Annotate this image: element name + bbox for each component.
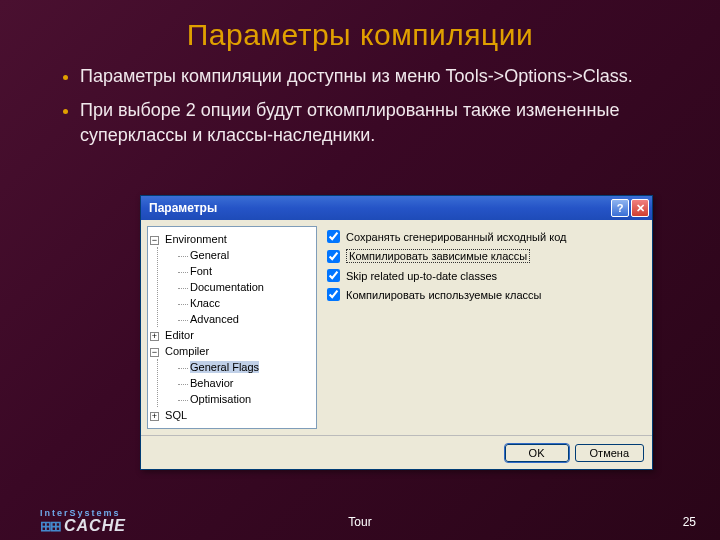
check-row: Skip related up-to-date classes (327, 269, 642, 282)
logo-product: CACHE (64, 518, 126, 534)
tree-node-compiler[interactable]: Compiler (165, 345, 209, 357)
compile-dependent-label: Компилировать зависимые классы (346, 249, 530, 263)
tree-collapse-icon[interactable]: − (150, 236, 159, 245)
check-row: Компилировать используемые классы (327, 288, 642, 301)
skip-uptodate-label: Skip related up-to-date classes (346, 270, 497, 282)
dialog-footer: OK Отмена (141, 435, 652, 469)
footer-label: Tour (348, 515, 371, 529)
tree-node-behavior[interactable]: Behavior (190, 377, 233, 389)
tree-expand-icon[interactable]: + (150, 332, 159, 341)
skip-uptodate-checkbox[interactable] (327, 269, 340, 282)
help-button[interactable]: ? (611, 199, 629, 217)
logo-cube-icon: ⊞⊞ (40, 519, 60, 533)
tree-node-advanced[interactable]: Advanced (190, 313, 239, 325)
tree-expand-icon[interactable]: + (150, 412, 159, 421)
tree-collapse-icon[interactable]: − (150, 348, 159, 357)
bullet-item: Параметры компиляции доступны из меню To… (80, 64, 680, 88)
bullet-item: При выборе 2 опции будут откомплированны… (80, 98, 680, 147)
tree-node-class[interactable]: Класс (190, 297, 220, 309)
keep-source-checkbox[interactable] (327, 230, 340, 243)
page-number: 25 (683, 515, 696, 529)
close-button[interactable]: ✕ (631, 199, 649, 217)
keep-source-label: Сохранять сгенерированный исходный код (346, 231, 566, 243)
tree-node-general-flags[interactable]: General Flags (190, 361, 259, 373)
slide-title: Параметры компиляции (0, 18, 720, 52)
options-dialog: Параметры ? ✕ − Environment General Font… (140, 195, 653, 470)
compile-used-label: Компилировать используемые классы (346, 289, 541, 301)
tree-node-documentation[interactable]: Documentation (190, 281, 264, 293)
compile-used-checkbox[interactable] (327, 288, 340, 301)
intersystems-logo: InterSystems ⊞⊞ CACHE (40, 509, 126, 534)
dialog-title: Параметры (149, 201, 609, 215)
tree-node-optimisation[interactable]: Optimisation (190, 393, 251, 405)
options-tree[interactable]: − Environment General Font Documentation… (147, 226, 317, 429)
bullet-area: Параметры компиляции доступны из меню To… (0, 64, 720, 147)
dialog-titlebar: Параметры ? ✕ (141, 196, 652, 220)
compile-dependent-checkbox[interactable] (327, 250, 340, 263)
check-row: Сохранять сгенерированный исходный код (327, 230, 642, 243)
slide-footer: InterSystems ⊞⊞ CACHE Tour 25 (0, 509, 720, 534)
tree-node-font[interactable]: Font (190, 265, 212, 277)
tree-node-sql[interactable]: SQL (165, 409, 187, 421)
check-row: Компилировать зависимые классы (327, 249, 642, 263)
tree-node-environment[interactable]: Environment (165, 233, 227, 245)
tree-node-general[interactable]: General (190, 249, 229, 261)
cancel-button[interactable]: Отмена (575, 444, 644, 462)
ok-button[interactable]: OK (505, 444, 569, 462)
options-checkboxes: Сохранять сгенерированный исходный код К… (323, 226, 646, 429)
tree-node-editor[interactable]: Editor (165, 329, 194, 341)
